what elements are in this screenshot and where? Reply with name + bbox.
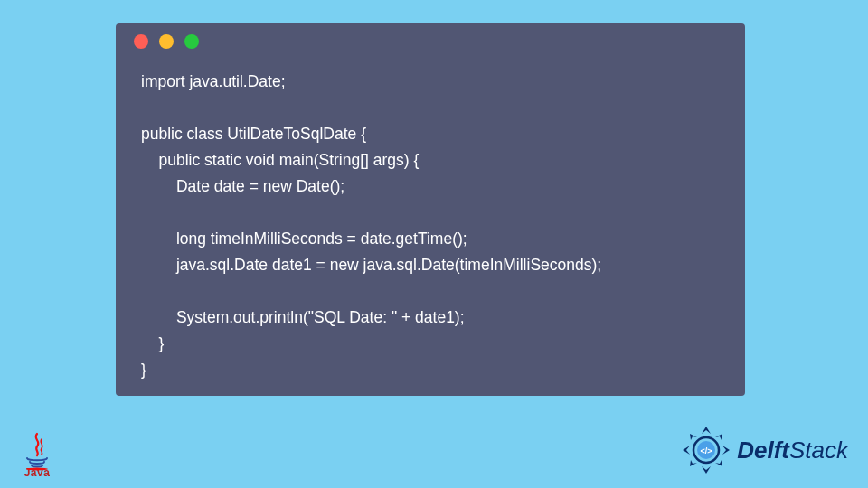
code-brackets-icon: </> bbox=[701, 446, 712, 455]
svg-marker-4 bbox=[683, 446, 690, 455]
svg-marker-3 bbox=[702, 466, 711, 474]
code-editor-window: import java.util.Date; public class Util… bbox=[116, 23, 745, 396]
svg-marker-7 bbox=[690, 460, 697, 466]
brand-part-light: Stack bbox=[789, 436, 848, 464]
brand-part-bold: Delft bbox=[737, 436, 789, 464]
svg-marker-8 bbox=[690, 434, 697, 440]
svg-marker-2 bbox=[722, 446, 730, 455]
svg-marker-6 bbox=[715, 460, 722, 466]
java-steam-icon bbox=[22, 434, 52, 465]
java-logo: Java bbox=[14, 434, 60, 479]
window-titlebar bbox=[116, 23, 745, 60]
svg-marker-5 bbox=[715, 434, 722, 440]
delftstack-logo: </> DelftStack bbox=[681, 425, 848, 475]
maximize-icon bbox=[184, 34, 199, 49]
svg-marker-1 bbox=[702, 427, 711, 434]
close-icon bbox=[134, 34, 148, 49]
code-block: import java.util.Date; public class Util… bbox=[116, 60, 745, 383]
delftstack-wordmark: DelftStack bbox=[737, 436, 848, 465]
svg-point-0 bbox=[26, 468, 48, 471]
minimize-icon bbox=[159, 34, 174, 49]
delftstack-icon: </> bbox=[681, 425, 731, 475]
